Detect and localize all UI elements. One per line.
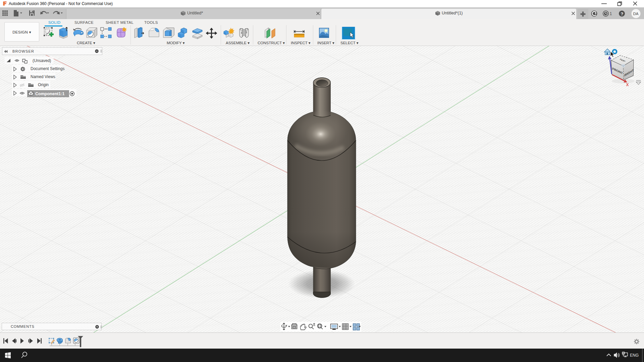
svg-text:1: 1 (610, 11, 612, 16)
svg-text:X: X (626, 82, 629, 87)
svg-text:Component1:1: Component1:1 (35, 92, 65, 96)
svg-text:Named Views: Named Views (31, 74, 55, 79)
svg-text:Document Settings: Document Settings (31, 66, 64, 71)
svg-text:DA: DA (633, 12, 639, 16)
svg-text:?: ? (621, 11, 624, 16)
svg-text:(Unsaved): (Unsaved) (33, 58, 51, 63)
svg-text:Origin: Origin (38, 82, 49, 87)
